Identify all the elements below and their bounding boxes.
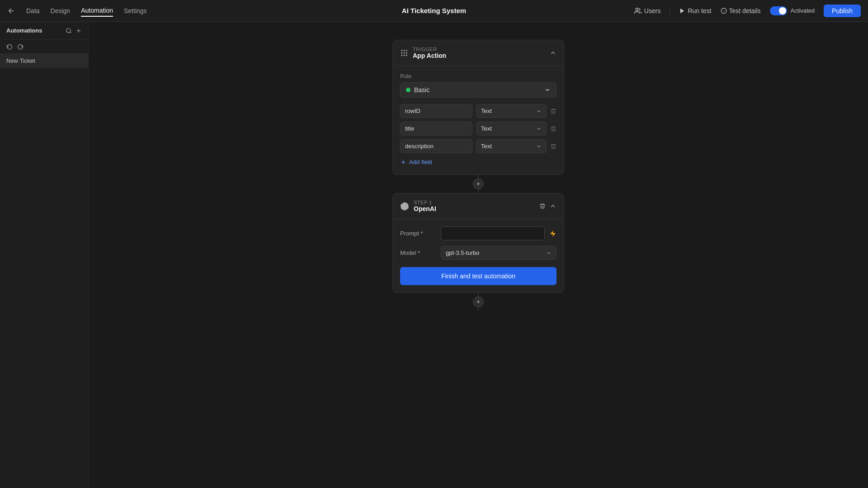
add-step-button-1[interactable]: [473, 178, 484, 189]
nav-right: Users Run test Test details Activated Pu…: [634, 5, 861, 17]
sidebar-header: Automations: [0, 22, 88, 40]
step1-card-header-left: Step 1 OpenAI: [400, 200, 436, 212]
step1-card-body: Prompt * Model * gpt-3.5-turbo: [393, 219, 564, 292]
field-type-description-value: Text: [481, 143, 492, 150]
svg-point-10: [404, 50, 405, 51]
svg-marker-22: [550, 230, 556, 236]
step1-collapse-button[interactable]: [549, 202, 557, 210]
trigger-card-body: Role Basic Text: [393, 66, 564, 174]
activated-toggle-wrap: Activated: [770, 6, 815, 15]
svg-point-5: [66, 28, 71, 32]
step1-delete-button[interactable]: [539, 203, 546, 209]
add-automation-icon[interactable]: [75, 28, 82, 34]
test-details-label: Test details: [729, 7, 761, 14]
model-select[interactable]: gpt-3.5-turbo: [441, 246, 557, 260]
step1-card-text: Step 1 OpenAI: [414, 200, 436, 212]
sidebar-title: Automations: [6, 27, 42, 34]
svg-point-15: [401, 55, 402, 56]
field-type-rowid-chevron: [536, 108, 542, 114]
field-name-title[interactable]: [400, 122, 472, 136]
back-button[interactable]: [7, 7, 15, 15]
svg-point-14: [406, 52, 407, 54]
model-label: Model *: [400, 249, 436, 256]
role-select-value: Basic: [406, 86, 429, 94]
field-type-title-value: Text: [481, 125, 492, 132]
prompt-input[interactable]: [441, 226, 545, 240]
field-delete-description[interactable]: [550, 143, 557, 150]
field-type-rowid[interactable]: Text: [476, 104, 547, 118]
sidebar-item-new-ticket[interactable]: New Ticket: [0, 54, 88, 68]
layout: Automations: [0, 22, 868, 488]
lightning-button[interactable]: [549, 230, 557, 237]
field-delete-rowid[interactable]: [550, 108, 557, 114]
add-field-label: Add field: [409, 159, 432, 165]
trigger-grid-icon: [400, 49, 408, 57]
finish-button[interactable]: Finish and test automation: [400, 267, 557, 285]
svg-point-9: [401, 50, 402, 51]
search-icon[interactable]: [66, 28, 72, 34]
prompt-row: Prompt *: [400, 226, 557, 240]
field-row-title: Text: [400, 122, 557, 136]
trigger-card: Trigger App Action Role: [392, 40, 564, 175]
main-canvas: Trigger App Action Role: [89, 22, 868, 488]
role-value: Basic: [414, 86, 429, 94]
connector-2: [473, 293, 484, 311]
trigger-card-header: Trigger App Action: [393, 40, 564, 66]
run-test-button[interactable]: Run test: [679, 7, 711, 14]
nav-separator: [670, 6, 670, 16]
model-row: Model * gpt-3.5-turbo: [400, 246, 557, 260]
field-type-title[interactable]: Text: [476, 122, 547, 136]
role-chevron-icon: [544, 87, 551, 93]
nav-tabs: Data Design Automation Settings: [26, 5, 147, 17]
role-label: Role: [400, 73, 557, 80]
model-value: gpt-3.5-turbo: [446, 249, 479, 256]
tab-settings[interactable]: Settings: [124, 5, 147, 16]
trigger-card-header-left: Trigger App Action: [400, 47, 446, 59]
tab-design[interactable]: Design: [51, 5, 71, 16]
users-label: Users: [644, 7, 661, 14]
run-test-label: Run test: [688, 7, 711, 14]
model-chevron-icon: [546, 250, 552, 256]
trigger-card-text: Trigger App Action: [413, 47, 446, 59]
sidebar: Automations: [0, 22, 89, 488]
step1-card: Step 1 OpenAI: [392, 193, 564, 293]
redo-button[interactable]: [17, 43, 24, 50]
svg-line-6: [70, 32, 71, 33]
role-select[interactable]: Basic: [400, 82, 557, 98]
svg-point-13: [404, 52, 405, 54]
undo-button[interactable]: [6, 43, 13, 50]
svg-point-11: [406, 50, 407, 51]
field-name-description[interactable]: [400, 139, 472, 153]
field-delete-title[interactable]: [550, 126, 557, 132]
role-dot: [406, 88, 410, 92]
sidebar-icons: [66, 28, 82, 34]
openai-icon: [400, 202, 409, 211]
connector-1: [473, 175, 484, 193]
tab-automation[interactable]: Automation: [81, 5, 113, 17]
toggle-knob: [779, 7, 786, 14]
add-step-button-2[interactable]: [473, 296, 484, 307]
svg-point-17: [406, 55, 407, 56]
field-type-description-chevron: [536, 144, 542, 149]
step1-label: Step 1: [414, 200, 436, 205]
test-details-button[interactable]: Test details: [721, 7, 761, 14]
field-row-description: Text: [400, 139, 557, 153]
trigger-collapse-button[interactable]: [549, 49, 557, 56]
publish-button[interactable]: Publish: [824, 5, 861, 17]
svg-point-0: [636, 8, 638, 10]
field-row-rowid: Text: [400, 104, 557, 118]
add-field-button[interactable]: Add field: [400, 157, 432, 167]
trigger-label: Trigger: [413, 47, 446, 52]
activated-label: Activated: [791, 7, 815, 14]
tab-data[interactable]: Data: [26, 5, 40, 16]
trigger-card-header-right: [549, 49, 557, 56]
activated-toggle[interactable]: [770, 6, 787, 15]
field-name-rowid[interactable]: [400, 104, 472, 118]
field-type-description[interactable]: Text: [476, 139, 547, 153]
step1-name: OpenAI: [414, 205, 436, 212]
top-nav: Data Design Automation Settings AI Ticke…: [0, 0, 868, 22]
users-nav-item[interactable]: Users: [634, 7, 661, 14]
trigger-name: App Action: [413, 52, 446, 59]
step1-card-header: Step 1 OpenAI: [393, 193, 564, 219]
svg-marker-1: [680, 8, 684, 13]
